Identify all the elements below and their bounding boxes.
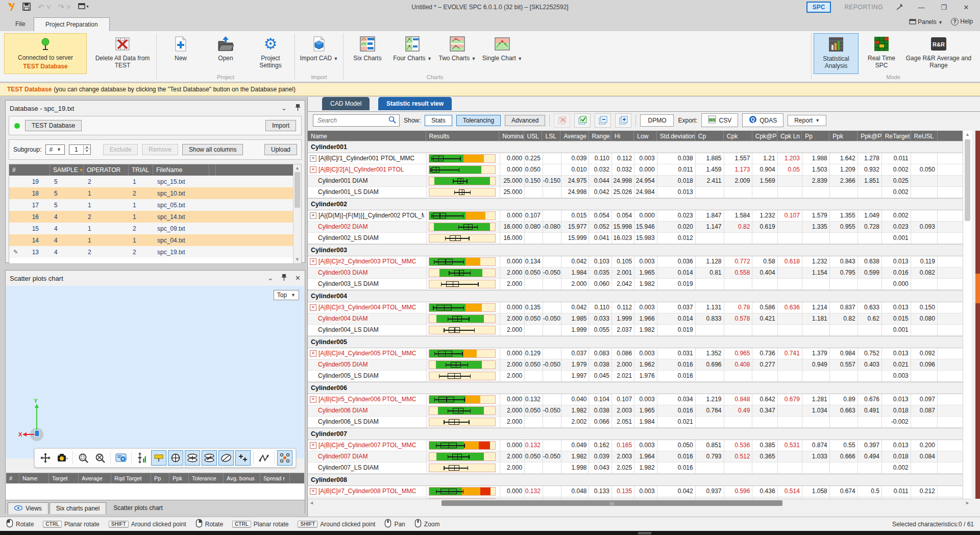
report-button[interactable]: Report▼ bbox=[788, 115, 826, 126]
characteristic-name-cell[interactable]: +[A|B|C]#3_Cylinder004 PTOL_MMC bbox=[308, 302, 427, 313]
table-row[interactable]: Cylinder005_LS DIAM2.0001.9970.0452.0211… bbox=[308, 371, 963, 382]
close-icon[interactable]: ✕ bbox=[962, 4, 971, 11]
table-row[interactable]: ✎13422spc_19.txt bbox=[9, 246, 301, 258]
search-icon[interactable] bbox=[388, 116, 396, 125]
expand-plus-icon[interactable]: + bbox=[310, 442, 316, 449]
scroll-marker-strip[interactable] bbox=[975, 131, 980, 499]
tab-statistic-result-view[interactable]: Statistic result view bbox=[378, 97, 452, 110]
characteristic-name-cell[interactable]: Cylinder005 DIAM bbox=[308, 359, 427, 370]
db-column-header[interactable]: SAMPLE ▾ bbox=[50, 164, 84, 176]
characteristic-name-cell[interactable]: +[A|B|C]#2_Cylinder003 PTOL_MMC bbox=[308, 256, 427, 267]
camera-view-icon[interactable] bbox=[55, 450, 70, 466]
expand-all-icon[interactable] bbox=[615, 113, 631, 128]
expand-plus-icon[interactable]: + bbox=[310, 396, 316, 403]
scatter-column-header[interactable]: Rqd Target bbox=[111, 473, 151, 483]
results-bar-cell[interactable] bbox=[427, 256, 500, 267]
panels-menu[interactable]: Panels ▼ bbox=[909, 18, 943, 26]
project-settings-button[interactable]: ⚙ Project Settings bbox=[249, 33, 292, 74]
table-row[interactable]: 18512spc_10.txt bbox=[9, 187, 301, 199]
table-row[interactable]: Cylinder007_LS DIAM2.0001.9980.0432.0251… bbox=[308, 463, 963, 474]
results-bar-cell[interactable] bbox=[427, 405, 500, 416]
characteristic-name-cell[interactable]: Cylinder003 DIAM bbox=[308, 268, 427, 278]
results-bar-cell[interactable] bbox=[427, 371, 500, 381]
spc-mode-tab[interactable]: SPC bbox=[806, 2, 831, 13]
db-column-header[interactable]: FileName bbox=[153, 164, 209, 176]
statistical-analysis-button[interactable]: Statistical Analysis bbox=[814, 33, 859, 74]
stats-column-header[interactable]: Range bbox=[589, 131, 611, 141]
results-bar-cell[interactable] bbox=[427, 417, 500, 427]
characteristic-name-cell[interactable]: Cylinder002_LS DIAM bbox=[308, 233, 427, 244]
tab-project-preparation[interactable]: Project Preparation bbox=[34, 17, 110, 32]
stats-column-header[interactable]: Cp bbox=[695, 131, 724, 141]
scale-slider-icon[interactable] bbox=[134, 450, 150, 466]
db-column-header[interactable]: OPERATOR bbox=[84, 164, 129, 176]
table-row[interactable]: Cylinder001 DIAM25.0000.150-0.15024.9750… bbox=[308, 176, 963, 187]
pan-move-icon[interactable] bbox=[38, 450, 53, 466]
table-row[interactable]: +[A|B|C]#5_Cylinder006 PTOL_MMC0.0000.13… bbox=[308, 394, 963, 405]
db-table-header[interactable]: #SAMPLE ▾OPERATORTRIALFileName bbox=[9, 164, 301, 176]
table-row[interactable]: +[A|B|C]/2[A]_Cylinder001 PTOL0.0000.050… bbox=[308, 164, 963, 176]
characteristic-name-cell[interactable]: Cylinder007 DIAM bbox=[308, 451, 427, 462]
characteristic-name-cell[interactable]: Cylinder005_LS DIAM bbox=[308, 371, 427, 381]
results-bar-cell[interactable] bbox=[427, 463, 500, 473]
collapse-chevron-icon[interactable]: ⌄ bbox=[267, 274, 273, 282]
stats-column-header[interactable]: Ppk@P bbox=[857, 131, 881, 141]
expand-plus-icon[interactable]: + bbox=[310, 212, 316, 219]
group-header-row[interactable]: Cylinder005 bbox=[308, 336, 963, 348]
ellipse-slant-icon[interactable] bbox=[202, 450, 217, 466]
subgroup-value-input[interactable]: 1 bbox=[69, 145, 83, 154]
characteristic-name-cell[interactable]: +[A|B|C]#7_Cylinder008 PTOL_MMC bbox=[308, 486, 427, 497]
hscroll-handle[interactable]: ||| bbox=[442, 500, 782, 506]
results-bar-cell[interactable] bbox=[427, 451, 500, 462]
gage-rr-button[interactable]: R&R Gage R&R Average and Range bbox=[904, 33, 973, 74]
real-time-spc-button[interactable]: Real Time SPC bbox=[860, 33, 903, 74]
characteristic-name-cell[interactable]: Cylinder004_LS DIAM bbox=[308, 325, 427, 335]
export-qdas-button[interactable]: Q QDAS bbox=[742, 113, 783, 127]
results-bar-cell[interactable] bbox=[427, 394, 500, 405]
export-csv-button[interactable]: CSV CSV bbox=[701, 113, 738, 127]
results-bar-cell[interactable] bbox=[427, 210, 500, 221]
stats-column-header[interactable]: ReTarget bbox=[882, 131, 911, 141]
four-charts-button[interactable]: Four Charts ▼ bbox=[390, 33, 434, 74]
stats-column-header[interactable]: LSL bbox=[542, 131, 560, 141]
expand-plus-icon[interactable]: + bbox=[310, 488, 316, 495]
table-row[interactable]: Cylinder004_LS DIAM2.0001.9990.0552.0371… bbox=[308, 325, 963, 336]
stats-column-header[interactable]: USL bbox=[524, 131, 543, 141]
table-row[interactable]: +[A|B|C]#2_Cylinder003 PTOL_MMC0.0000.13… bbox=[308, 256, 963, 268]
expand-plus-icon[interactable]: + bbox=[310, 258, 316, 265]
scatter-chart-area[interactable]: Top▼ Y X bbox=[6, 286, 304, 458]
crosshair-circle-icon[interactable] bbox=[168, 450, 183, 466]
group-header-row[interactable]: Cylinder007 bbox=[308, 428, 963, 440]
pin-icon[interactable] bbox=[896, 3, 903, 12]
results-bar-cell[interactable] bbox=[427, 233, 500, 244]
stats-column-header[interactable]: Cpk@P bbox=[752, 131, 777, 141]
stats-column-header[interactable]: ReUSL bbox=[911, 131, 938, 141]
open-button[interactable]: Open bbox=[204, 33, 248, 74]
table-row[interactable]: +[A|B|C]#4_Cylinder005 PTOL_MMC0.0000.12… bbox=[308, 348, 963, 359]
expand-plus-icon[interactable]: + bbox=[310, 155, 316, 162]
table-row[interactable]: Cylinder005 DIAM2.0000.050-0.0501.9790.0… bbox=[308, 359, 963, 371]
table-row[interactable]: Cylinder002 DIAM16.0000.080-0.08015.9770… bbox=[308, 222, 963, 233]
window-switch-icon[interactable] bbox=[78, 3, 88, 12]
scatter-column-header[interactable]: Avg. bonus bbox=[224, 473, 260, 483]
characteristic-name-cell[interactable]: Cylinder006 DIAM bbox=[308, 405, 427, 416]
group-header-row[interactable]: Cylinder004 bbox=[308, 290, 963, 302]
results-bar-cell[interactable] bbox=[427, 302, 500, 313]
tab-views[interactable]: Views bbox=[8, 502, 48, 514]
scatter-column-header[interactable]: # bbox=[6, 473, 19, 483]
characteristic-name-cell[interactable]: Cylinder003_LS DIAM bbox=[308, 279, 427, 289]
import-button[interactable]: Import bbox=[265, 120, 296, 131]
group-header-row[interactable]: Cylinder006 bbox=[308, 382, 963, 394]
stats-horizontal-scrollbar[interactable]: ◄ ||| ► bbox=[308, 499, 971, 507]
pin-icon[interactable] bbox=[281, 274, 287, 282]
spinner-down-icon[interactable]: ▼ bbox=[84, 149, 90, 153]
undo-icon[interactable]: ↶ ˅ bbox=[38, 3, 51, 12]
group-header-row[interactable]: Cylinder001 bbox=[308, 141, 963, 153]
minimize-icon[interactable]: — bbox=[917, 4, 926, 11]
results-bar-cell[interactable] bbox=[427, 440, 500, 451]
scatter-column-header[interactable]: Average bbox=[79, 473, 111, 483]
characteristic-name-cell[interactable]: +[A|B|C]/1_Cylinder001 PTOL_MMC bbox=[308, 153, 427, 164]
expand-plus-icon[interactable]: + bbox=[310, 304, 316, 311]
table-row[interactable]: 19521spc_15.txt bbox=[9, 176, 301, 187]
characteristic-name-cell[interactable]: Cylinder002 DIAM bbox=[308, 222, 427, 232]
